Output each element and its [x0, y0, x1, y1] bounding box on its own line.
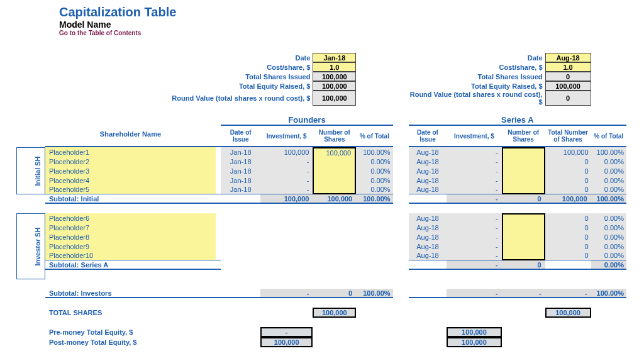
cell: 0.00%	[591, 232, 626, 242]
cell: 0	[313, 289, 356, 298]
cap-table: Date Jan-18 Date Aug-18 Cost/share, $ 1.…	[16, 53, 626, 347]
sh-name[interactable]: Placeholder8	[45, 232, 216, 242]
cell: 0.00%	[356, 157, 392, 166]
cell[interactable]	[502, 232, 545, 242]
col-s-inv: Investment, $	[447, 126, 502, 147]
label: Subtotal: Initial	[45, 194, 216, 204]
cell: 100,000	[545, 194, 591, 204]
side-initial: Initial SH	[31, 147, 45, 194]
cell[interactable]	[502, 223, 545, 232]
col-f-pct: % of Total	[356, 126, 392, 147]
sh-name[interactable]: Placeholder7	[45, 223, 216, 232]
cell[interactable]	[502, 242, 545, 251]
cell: 0.00%	[591, 185, 626, 194]
seriesA-header: Series A	[409, 115, 626, 126]
cell: -	[447, 289, 502, 298]
cell: Aug-18	[409, 213, 447, 223]
cell[interactable]	[502, 213, 545, 223]
label-cost-s: Cost/share, $	[409, 62, 545, 72]
cell: -	[447, 147, 502, 157]
cell[interactable]	[502, 157, 545, 166]
cell: Aug-18	[409, 242, 447, 251]
cell[interactable]	[502, 166, 545, 176]
col-s-shares: Number of Shares	[502, 126, 545, 147]
cell: Jan-18	[221, 185, 260, 194]
seriesA-cost[interactable]: 1.0	[545, 62, 591, 72]
cell: 100,000	[313, 194, 356, 204]
founders-header: Founders	[221, 115, 392, 126]
cell: 0	[545, 213, 591, 223]
col-shareholder: Shareholder Name	[45, 126, 216, 147]
cell[interactable]	[313, 157, 356, 166]
cell[interactable]	[502, 185, 545, 194]
sh-name[interactable]: Placeholder1	[45, 147, 216, 157]
cell: -	[447, 232, 502, 242]
cell: -	[260, 166, 313, 176]
cell: -	[447, 260, 502, 270]
col-f-shares: Number of Shares	[313, 126, 356, 147]
cell: 100,000	[260, 194, 313, 204]
cell[interactable]	[313, 166, 356, 176]
sh-name[interactable]: Placeholder3	[45, 166, 216, 176]
founders-cost[interactable]: 1.0	[313, 62, 356, 72]
col-f-inv: Investment, $	[260, 126, 313, 147]
cell: 0.00%	[591, 213, 626, 223]
cell: 100.00%	[356, 147, 392, 157]
cell: 0	[545, 223, 591, 232]
cell[interactable]	[502, 147, 545, 157]
investor-row: Placeholder7 Aug-18 - 0 0.00%	[16, 223, 626, 232]
founders-rv: 100,000	[313, 91, 356, 106]
cell[interactable]	[313, 176, 356, 185]
sh-name[interactable]: Placeholder5	[45, 185, 216, 194]
col-s-date: Date of Issue	[409, 126, 447, 147]
label-date-f: Date	[16, 53, 313, 62]
cell[interactable]	[313, 185, 356, 194]
cell: Jan-18	[221, 157, 260, 166]
initial-row: Placeholder2 Jan-18 - 0.00% Aug-18 - 0 0…	[16, 157, 626, 166]
cell[interactable]: 100,000	[313, 147, 356, 157]
cell: -	[447, 251, 502, 260]
sh-name[interactable]: Placeholder9	[45, 242, 216, 251]
cell: Jan-18	[221, 166, 260, 176]
founders-date[interactable]: Jan-18	[313, 53, 356, 62]
cell: -	[260, 289, 313, 298]
cell: 100.00%	[356, 194, 392, 204]
label: Subtotal: Investors	[45, 289, 216, 298]
cell[interactable]	[502, 251, 545, 260]
cell: 0.00%	[591, 242, 626, 251]
cell: 0.00%	[356, 166, 392, 176]
col-f-date: Date of Issue	[221, 126, 260, 147]
cell: Jan-18	[221, 147, 260, 157]
sh-name[interactable]: Placeholder2	[45, 157, 216, 166]
page-title: Capitalization Table	[59, 5, 636, 20]
sh-name[interactable]: Placeholder10	[45, 251, 216, 260]
cell[interactable]	[502, 176, 545, 185]
cell: 0	[545, 242, 591, 251]
cell: Aug-18	[409, 251, 447, 260]
seriesA-date[interactable]: Aug-18	[545, 53, 591, 62]
sh-name[interactable]: Placeholder6	[45, 213, 216, 223]
toc-link[interactable]: Go to the Table of Contents	[59, 30, 636, 36]
cell: 0.00%	[591, 260, 626, 270]
side-initial-l	[16, 147, 31, 194]
cell: 0	[545, 166, 591, 176]
cell: -	[447, 242, 502, 251]
investor-row: Placeholder10 Aug-18 - 0 0.00%	[16, 251, 626, 260]
label-cost-f: Cost/share, $	[16, 62, 313, 72]
side-investor-l	[16, 213, 31, 279]
cell: -	[260, 176, 313, 185]
postmoney-row: Post-money Total Equity, $ 100,000 100,0…	[16, 337, 626, 347]
cell: 100.00%	[356, 289, 392, 298]
initial-row: Placeholder5 Jan-18 - 0.00% Aug-18 - 0 0…	[16, 185, 626, 194]
initial-row: Placeholder4 Jan-18 - 0.00% Aug-18 - 0 0…	[16, 176, 626, 185]
cell: -	[260, 185, 313, 194]
cell: -	[447, 185, 502, 194]
cell: Jan-18	[221, 176, 260, 185]
initial-row: Initial SH Placeholder1 Jan-18 100,000 1…	[16, 147, 626, 157]
investor-row: Placeholder9 Aug-18 - 0 0.00%	[16, 242, 626, 251]
premoney-row: Pre-money Total Equity, $ - 100,000	[16, 327, 626, 337]
founders-ter: 100,000	[313, 81, 356, 91]
cell: Aug-18	[409, 176, 447, 185]
cell: Aug-18	[409, 166, 447, 176]
sh-name[interactable]: Placeholder4	[45, 176, 216, 185]
